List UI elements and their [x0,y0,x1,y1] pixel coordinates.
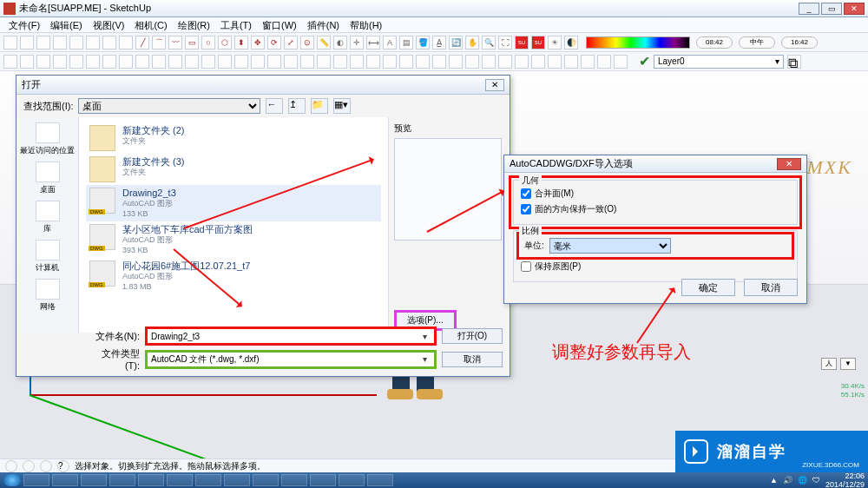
nav-viewmode-icon[interactable]: ▦▾ [333,98,351,114]
minimize-button[interactable]: _ [799,3,819,15]
tb-zoom[interactable]: 🔍 [482,36,496,49]
tb-arc[interactable]: ⌒ [152,36,166,49]
tb-offset[interactable]: ⊙ [300,36,314,49]
tb2-l22[interactable] [383,55,397,69]
file-item-selected[interactable]: Drawing2_t3AutoCAD 图形133 KB [86,185,381,221]
import-dialog-close[interactable]: ✕ [777,158,801,170]
tb-rotate[interactable]: ⟳ [267,36,281,49]
task-app[interactable] [281,474,307,486]
file-item[interactable]: 某小区地下车库cad平面方案图AutoCAD 图形393 KB [86,221,381,258]
tb2-l14[interactable] [251,55,265,69]
task-app[interactable] [253,474,279,486]
tb-rect[interactable]: ▭ [185,36,199,49]
tb-polygon[interactable]: ⬡ [218,36,232,49]
tb-tape[interactable]: 📏 [317,36,331,49]
cancel-button[interactable]: 取消 [442,352,503,367]
tb2-l29[interactable] [498,55,512,69]
menu-view[interactable]: 视图(V) [88,17,130,32]
tb-freehand[interactable]: 〰 [168,36,182,49]
tb2-l8[interactable] [152,55,166,69]
tb2-l12[interactable] [218,55,232,69]
task-app[interactable] [195,474,221,486]
tb2-l19[interactable] [333,55,347,69]
lookin-select[interactable]: 桌面 [78,98,260,114]
sb-geo-icon[interactable] [23,460,35,472]
file-item[interactable]: 新建文件夹 (3)文件夹 [86,154,381,185]
tb2-l34[interactable] [581,55,595,69]
close-button[interactable]: ✕ [844,3,865,15]
tb-circle[interactable]: ○ [201,36,215,49]
nav-up-icon[interactable]: ↥ [288,98,306,114]
sb-user-icon[interactable] [40,460,52,472]
tb2-l33[interactable] [564,55,578,69]
tb-paste[interactable] [86,36,100,49]
tb2-l3[interactable] [69,55,83,69]
filetype-combo[interactable]: AutoCAD 文件 (*.dwg, *.dxf)▾ [147,352,435,367]
tb-shadow[interactable]: ☀ [548,36,562,49]
place-computer[interactable]: 计算机 [36,240,60,274]
tb2-l6[interactable] [119,55,133,69]
time-morning[interactable]: 08:42 [696,36,733,49]
tb2-l15[interactable] [267,55,281,69]
menu-help[interactable]: 帮助(H) [345,17,387,32]
tb-scale[interactable]: ⤢ [284,36,298,49]
orient-faces-checkbox[interactable]: 面的方向保持一致(O) [521,201,790,217]
task-app[interactable] [339,474,365,486]
task-app[interactable] [81,474,107,486]
nav-newfolder-icon[interactable]: 📁 [311,98,328,114]
sb-help-icon[interactable]: ? [57,460,69,472]
place-network[interactable]: 网络 [36,279,60,313]
task-app[interactable] [23,474,49,486]
task-app[interactable] [109,474,135,486]
tb2-eraser[interactable] [20,55,34,69]
menu-plugins[interactable]: 插件(N) [302,17,345,32]
tb2-l26[interactable] [449,55,463,69]
keep-origin-checkbox[interactable]: 保持原图(P) [521,259,790,274]
tb2-l25[interactable] [432,55,446,69]
tb-save[interactable] [36,36,50,49]
tb2-l7[interactable] [135,55,149,69]
month-spectrum[interactable] [586,36,690,49]
tb-redo[interactable] [119,36,133,49]
layer-selector[interactable]: Layer0▾ [654,55,784,69]
tray-time[interactable]: 22:06 [825,472,865,480]
open-button[interactable]: 打开(O) [442,328,503,344]
tb2-l32[interactable] [548,55,562,69]
tb2-select[interactable] [3,55,17,69]
merge-faces-checkbox[interactable]: 合并面(M) [521,186,790,201]
layer-manager-icon[interactable]: ⧉ [787,55,801,69]
nav-back-icon[interactable]: ← [266,98,283,114]
file-item[interactable]: 同心花园6#施工图12.07.21_t7AutoCAD 图形1.83 MB [86,258,381,294]
menu-file[interactable]: 文件(F) [3,17,45,32]
tb2-l4[interactable] [86,55,100,69]
tb-pan[interactable]: ✋ [465,36,479,49]
place-desktop[interactable]: 桌面 [36,162,60,195]
tb2-l13[interactable] [234,55,248,69]
sb-info-icon[interactable] [5,460,17,472]
tb2-l2[interactable] [53,55,67,69]
tb-3dtext[interactable]: A̲ [432,36,446,49]
task-app[interactable] [310,474,336,486]
tb-extents[interactable]: ⛶ [498,36,512,49]
tb2-l30[interactable] [515,55,529,69]
tb2-l27[interactable] [465,55,479,69]
tb-dims[interactable]: ⟷ [366,36,380,49]
tb-protractor[interactable]: ◐ [333,36,347,49]
tray-icon[interactable]: 🔊 [783,476,792,485]
tb-suapp1[interactable]: SU [515,36,529,49]
tb-paint[interactable]: 🪣 [416,36,430,49]
tb2-l11[interactable] [201,55,215,69]
menu-window[interactable]: 窗口(W) [257,17,302,32]
tb2-l20[interactable] [350,55,364,69]
tb-text[interactable]: A [383,36,397,49]
tb2-l35[interactable] [597,55,611,69]
tb2-l9[interactable] [168,55,182,69]
tb-cut[interactable] [53,36,67,49]
start-button[interactable] [3,474,21,486]
filename-combo[interactable]: Drawing2_t3▾ [147,328,435,344]
unit-select[interactable]: 毫米 [549,238,671,254]
tb-axes[interactable]: ✛ [350,36,364,49]
open-dialog-close[interactable]: ✕ [485,79,504,91]
tb-orbit[interactable]: 🔄 [449,36,463,49]
menu-draw[interactable]: 绘图(R) [173,17,215,32]
